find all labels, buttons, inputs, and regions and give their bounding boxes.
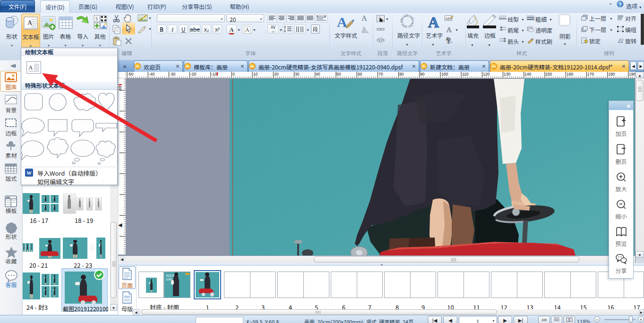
svg-text:A: A <box>447 26 452 34</box>
svg-text:-30: -30 <box>170 72 176 76</box>
svg-text:A: A <box>361 14 367 22</box>
svg-text:b: b <box>447 39 450 44</box>
svg-text:abcabcabcabcabc: abcabcabcabcabc <box>399 14 415 29</box>
svg-text:W: W <box>26 170 32 176</box>
svg-text:80: 80 <box>399 72 404 76</box>
svg-text:40: 40 <box>316 72 320 76</box>
svg-text:A: A <box>28 64 33 71</box>
svg-text:30: 30 <box>295 72 300 76</box>
svg-text:60: 60 <box>358 72 362 76</box>
svg-text:150: 150 <box>545 72 552 76</box>
svg-text:110: 110 <box>462 72 469 76</box>
svg-text:5: 5 <box>95 16 98 22</box>
svg-text:70: 70 <box>378 72 383 76</box>
svg-text:0: 0 <box>232 72 235 76</box>
svg-text:20: 20 <box>274 72 279 76</box>
svg-text:180: 180 <box>608 72 615 76</box>
svg-text:A: A <box>428 14 439 30</box>
svg-text:-20: -20 <box>190 72 197 76</box>
svg-text:160: 160 <box>567 72 573 76</box>
svg-text:190: 190 <box>629 72 635 76</box>
svg-text:130: 130 <box>504 72 510 76</box>
svg-text:A: A <box>337 14 347 30</box>
svg-text:90: 90 <box>420 72 425 76</box>
svg-text:100: 100 <box>441 72 448 76</box>
svg-text:10: 10 <box>253 72 258 76</box>
svg-text:50: 50 <box>336 72 341 76</box>
svg-text:120: 120 <box>483 72 489 76</box>
svg-text:170: 170 <box>587 72 594 76</box>
svg-text:-10: -10 <box>211 72 217 76</box>
svg-text:60: 60 <box>118 86 122 91</box>
svg-text:-50: -50 <box>128 72 134 76</box>
svg-text:140: 140 <box>524 72 531 76</box>
svg-text:-40: -40 <box>149 72 155 76</box>
